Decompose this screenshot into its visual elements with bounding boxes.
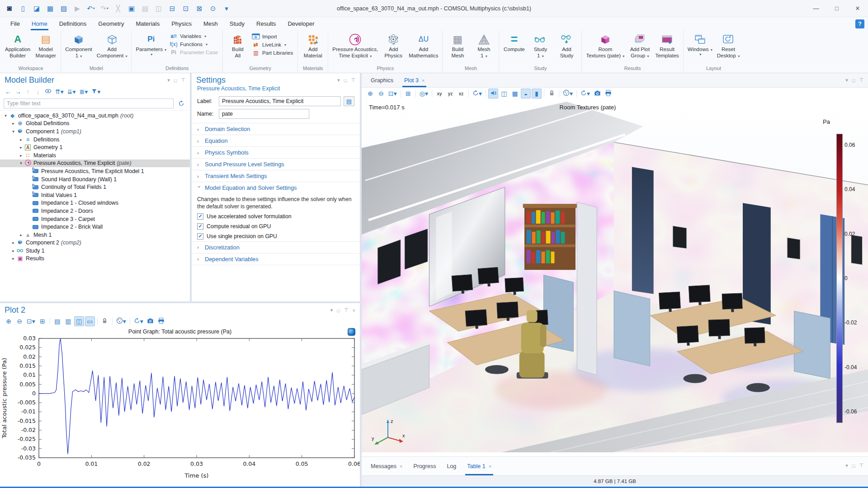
tree-item[interactable]: ▾Component 1(comp1) [0,127,190,136]
zoom-extents-button[interactable]: ⊞ [403,89,413,99]
tree-item[interactable]: ▸≡Definitions [0,136,190,144]
room-textures-button[interactable]: RoomTextures (pate) ▾ [584,32,627,60]
menu-definitions[interactable]: Definitions [53,17,93,30]
tab-messages[interactable]: Messages× [365,457,408,475]
tree-item[interactable]: ▸Study 1 [0,247,190,255]
delete-button[interactable]: ⊟ [166,3,178,14]
move-up-button[interactable]: ↑ [24,87,33,97]
expander-closed-icon[interactable]: ▸ [10,249,16,253]
section-header[interactable]: ›Sound Pressure Level Settings [192,159,360,170]
menu-mesh[interactable]: Mesh [198,17,224,30]
view-settings-button[interactable]: ◒ [521,89,531,99]
tree-item[interactable]: Continuity of Total Fields 1 [0,183,190,191]
name-field[interactable] [219,109,309,119]
panel-pin-icon[interactable]: ⊤ [859,463,863,469]
annotation-button[interactable]: ▭ [85,316,95,326]
zoom-in-button[interactable]: ⊕ [4,316,14,326]
expander-closed-icon[interactable]: ▸ [18,233,24,237]
sound-button[interactable] [488,89,498,99]
filter-refresh-button[interactable] [176,99,186,108]
x-grid-button[interactable]: ▤ [52,316,62,326]
tab-table-1[interactable]: Table 1× [462,457,497,475]
section-header[interactable]: ›Physics Symbols [192,147,360,158]
paste-button[interactable]: ▤ [139,3,151,14]
view-yz-button[interactable]: yz [445,89,455,99]
tab-close-icon[interactable]: × [489,464,491,469]
compute-button[interactable]: =Compute [501,32,527,53]
new-file-button[interactable]: ▯ [17,3,29,14]
maximize-button[interactable]: □ [826,0,847,17]
part-libraries-button[interactable]: ▥Part Libraries [252,50,293,56]
lock-view-button[interactable] [547,89,557,99]
menu-home[interactable]: Home [26,17,53,30]
move-down-button[interactable]: ↓ [33,87,42,97]
panel-float-icon[interactable]: □ [337,308,340,313]
minimize-button[interactable]: — [806,0,826,17]
forward-button[interactable]: → [14,87,23,97]
tab-close-icon[interactable]: × [422,78,425,83]
tree-item[interactable]: ▸∷Materials [0,151,190,160]
more-commands-button[interactable]: ▾ [221,3,232,14]
pressure-acoustics-button[interactable]: Pressure Acoustics,Time Explicit ▾ [330,32,380,60]
panel-float-icon[interactable]: □ [344,78,347,83]
open-file-button[interactable]: ◪ [31,3,42,14]
transparency-button[interactable]: ◫ [499,89,509,99]
add-material-button[interactable]: AddMaterial [300,32,326,60]
model-manager-button[interactable]: ▤ModelManager [33,32,59,60]
add-component-button[interactable]: AddComponent ▾ [94,32,130,60]
rotate-view-button[interactable]: ▾ [471,89,483,99]
image-snapshot-button[interactable] [146,316,156,326]
menu-geometry[interactable]: Geometry [92,17,130,30]
checkbox-row[interactable]: ✓Use single precision on GPU [192,231,360,241]
print-button[interactable] [603,89,613,99]
panel-float-icon[interactable]: □ [174,78,177,83]
menu-file[interactable]: File [5,17,26,30]
go-to-view-button[interactable]: ◎▾ [418,89,429,99]
plot-update-button[interactable]: ▾ [579,89,591,99]
undo-button[interactable]: ↶▾ [85,3,97,14]
view-xy-button[interactable]: xy [434,89,444,99]
panel-menu-icon[interactable]: ▾ [845,463,848,469]
zoom-out-button[interactable]: ⊖ [376,89,386,99]
tree-item[interactable]: ▸Component 2(comp2) [0,239,190,247]
panel-menu-icon[interactable]: ▾ [330,307,333,313]
section-header[interactable]: ›Equation [192,135,360,146]
build-all-button[interactable]: BuildAll [225,32,251,60]
expander-closed-icon[interactable]: ▸ [18,137,24,142]
checkbox-checked-icon[interactable]: ✓ [197,233,203,239]
expander-closed-icon[interactable]: ▸ [18,153,24,158]
tab-plot-3[interactable]: Plot 3× [399,73,430,87]
add-physics-button[interactable]: AddPhysics [380,32,406,60]
panel-pin-icon[interactable]: ⊤ [859,77,863,83]
reset-desktop-button[interactable]: ResetDesktop ▾ [715,32,742,60]
panel-menu-icon[interactable]: ▾ [337,77,340,83]
expander-open-icon[interactable]: ▾ [10,129,16,134]
tab-progress[interactable]: Progress [408,457,441,475]
zoom-box-button[interactable]: ⊡▾ [25,316,37,326]
checkbox-checked-icon[interactable]: ✓ [197,213,203,220]
panel-pin-icon[interactable]: ⊤ [181,77,185,83]
zoom-out-button[interactable]: ⊖ [14,316,24,326]
tree-item[interactable]: Pressure Acoustics, Time Explicit Model … [0,167,190,175]
expander-closed-icon[interactable]: ▸ [10,256,16,261]
rename-button[interactable]: ▤ [344,96,354,106]
panel-float-icon[interactable]: □ [852,463,855,469]
build-mesh-button[interactable]: ▦BuildMesh [444,32,471,60]
panel-close-icon[interactable]: × [353,308,355,313]
print-button[interactable] [156,316,166,326]
panel-float-icon[interactable]: □ [852,78,855,83]
panel-pin-icon[interactable]: ⊤ [344,307,349,313]
tab-close-icon[interactable]: × [400,464,402,469]
play-button[interactable]: ▶ [71,3,83,14]
tree-item[interactable]: Sound Hard Boundary (Wall) 1 [0,175,190,183]
component-1-button[interactable]: Component1 ▾ [63,32,94,60]
zoom-in-button[interactable]: ⊕ [365,89,375,99]
functions-button[interactable]: f(x)Functions▾ [170,41,218,47]
comsol-logo-icon[interactable] [348,328,355,336]
tree-item[interactable]: Impedance 2 - Doors [0,207,190,215]
close-button[interactable]: ✕ [847,0,868,17]
section-header[interactable]: ›Model Equation and Solver Settings [192,182,360,193]
color-theme-button[interactable]: ▾ [561,89,574,99]
study-1-button[interactable]: Study1 ▾ [527,32,553,60]
windows-button[interactable]: Windows ▾▾ [685,32,715,58]
